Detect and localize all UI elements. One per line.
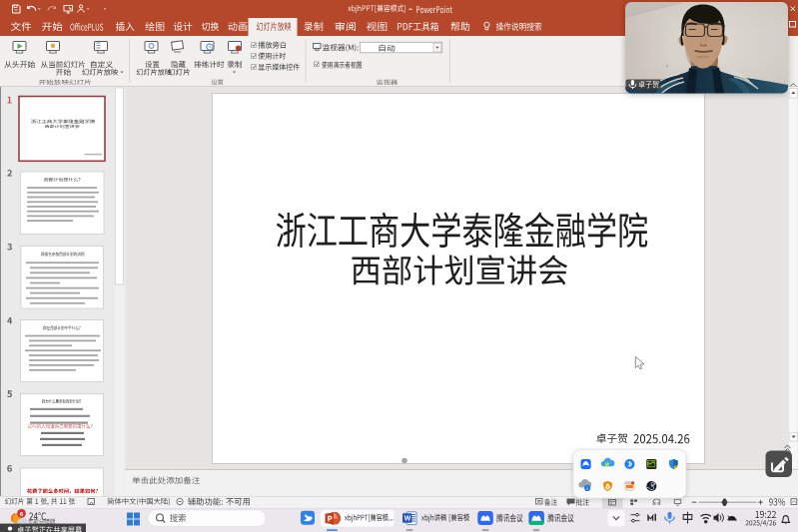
svg-text:6: 6 (20, 510, 24, 517)
